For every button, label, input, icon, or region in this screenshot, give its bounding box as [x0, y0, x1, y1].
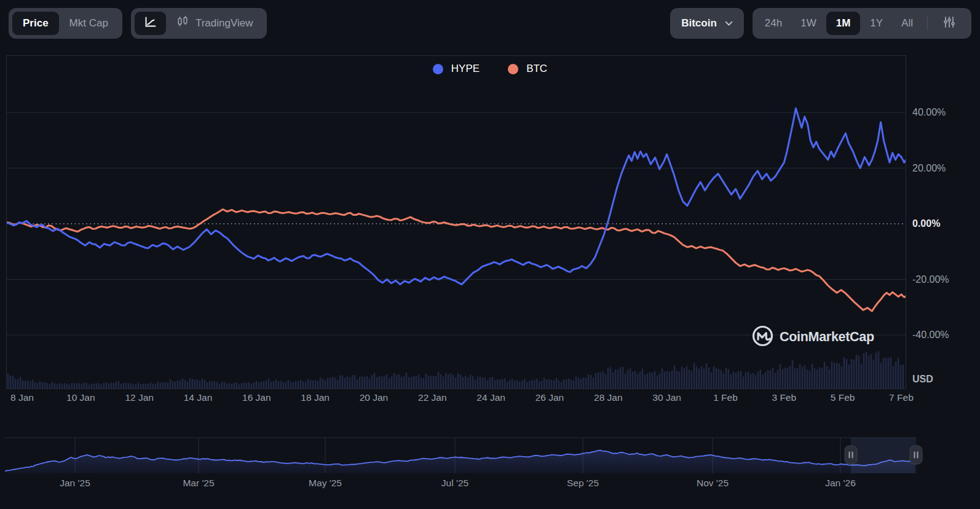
volume-bars [8, 351, 903, 389]
x-axis-label-28-jan: 28 Jan [594, 392, 623, 403]
y-axis-label-neg4000: -40.00% [912, 329, 949, 341]
x-axis-label-8-jan: 8 Jan [10, 392, 34, 403]
x-axis-label-18-jan: 18 Jan [301, 392, 330, 403]
range-selector: 24h1W1M1YAll [753, 8, 971, 39]
minimap-label-jan26: Jan '26 [825, 478, 856, 489]
price-mktcap-toggle: Price Mkt Cap [9, 8, 122, 39]
x-axis-label-3-feb: 3 Feb [772, 392, 796, 403]
y-axis-label-000: 0.00% [912, 218, 940, 229]
x-axis-label-14-jan: 14 Jan [184, 392, 213, 403]
x-axis-label-26-jan: 26 Jan [535, 392, 564, 403]
coin-selector-label: Bitcoin [681, 17, 717, 30]
range-button-1m[interactable]: 1M [826, 12, 861, 35]
minimap-label-jan25: Jan '25 [60, 478, 90, 489]
range-button-all[interactable]: All [893, 12, 922, 35]
watermark-label: CoinMarketCap [780, 329, 874, 345]
x-axis-label-1-feb: 1 Feb [713, 392, 738, 403]
coinmarketcap-logo-icon [751, 325, 774, 350]
x-axis-label-22-jan: 22 Jan [418, 392, 447, 403]
range-button-1y[interactable]: 1Y [861, 12, 891, 35]
price-tab[interactable]: Price [12, 12, 59, 35]
y-axis-label-neg2000: -20.00% [912, 274, 949, 285]
minimap-area [5, 450, 915, 473]
timeline-minimap[interactable] [5, 434, 916, 475]
minimap-label-may25: May '25 [309, 478, 342, 489]
x-axis-label-16-jan: 16 Jan [242, 392, 271, 403]
x-axis-label-12-jan: 12 Jan [125, 392, 154, 403]
btc-line [7, 210, 906, 312]
chart-toolbar: Price Mkt Cap TradingView [9, 8, 971, 39]
y-axis-label-2000: 20.00% [912, 163, 946, 174]
coin-selector-dropdown[interactable]: Bitcoin [670, 8, 744, 39]
toolbar-right: Bitcoin 24h1W1M1YAll [670, 8, 971, 39]
mktcap-tab[interactable]: Mkt Cap [59, 12, 119, 35]
minimap-label-jul25: Jul '25 [441, 478, 468, 489]
toolbar-separator [927, 17, 928, 30]
minimap-label-sep25: Sep '25 [567, 478, 599, 489]
line-chart-type-button[interactable] [135, 12, 166, 35]
x-axis-label-7-feb: 7 Feb [889, 392, 914, 403]
candlestick-icon [176, 15, 189, 31]
y-axis-unit: USD [912, 374, 933, 385]
minimap-left-brush-handle[interactable] [845, 446, 858, 465]
minimap-label-nov25: Nov '25 [697, 478, 729, 489]
coinmarketcap-chart-page: Price Mkt Cap TradingView [0, 0, 980, 509]
x-axis-label-30-jan: 30 Jan [652, 392, 681, 403]
tradingview-label: TradingView [196, 17, 253, 30]
chevron-down-icon [725, 17, 733, 30]
chart-type-toggle: TradingView [131, 8, 267, 39]
x-axis-label-5-feb: 5 Feb [831, 392, 855, 403]
tradingview-button[interactable]: TradingView [166, 12, 264, 35]
minimap-selection-overlay[interactable] [851, 438, 916, 473]
y-axis-label-4000: 40.00% [912, 107, 946, 118]
coinmarketcap-watermark: CoinMarketCap [751, 325, 874, 350]
sliders-icon [942, 15, 956, 29]
x-axis-label-10-jan: 10 Jan [66, 392, 95, 403]
x-axis-label-20-jan: 20 Jan [360, 392, 389, 403]
x-axis-label-24-jan: 24 Jan [476, 392, 505, 403]
chart-settings-button[interactable] [933, 12, 965, 35]
hype-line [7, 108, 906, 284]
line-chart-icon [144, 16, 157, 31]
minimap-right-brush-handle[interactable] [910, 446, 923, 465]
range-button-1w[interactable]: 1W [792, 12, 825, 35]
minimap-label-mar25: Mar '25 [183, 478, 214, 489]
range-button-24h[interactable]: 24h [756, 12, 791, 35]
toolbar-left: Price Mkt Cap TradingView [9, 8, 267, 39]
